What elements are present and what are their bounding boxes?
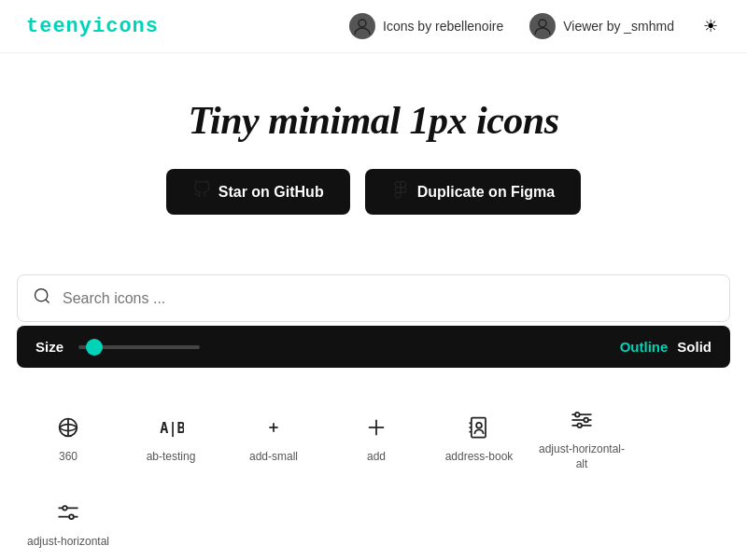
smhmd-avatar xyxy=(529,13,556,39)
rebellenoire-avatar xyxy=(349,13,375,39)
outline-solid-toggle: Outline Solid xyxy=(620,339,712,355)
icon-label-adjust-horizontal: adjust-horizontal xyxy=(27,535,109,550)
github-button[interactable]: Star on GitHub xyxy=(166,169,350,215)
hero-title: Tiny minimal 1px icons xyxy=(19,98,728,143)
icon-label-ab-testing: ab-testing xyxy=(147,450,196,465)
rebellenoire-label: Icons by rebellenoire xyxy=(383,19,503,34)
svg-point-1 xyxy=(539,20,546,27)
github-icon xyxy=(192,180,211,203)
icon-adjust-horizontal-alt xyxy=(567,405,597,435)
icon-add-small xyxy=(259,413,289,442)
icon-item-adjust-horizontal[interactable]: adjust-horizontal xyxy=(17,483,120,560)
header: teenyicons Icons by rebellenoire Viewer … xyxy=(0,0,747,53)
icon-adjust-horizontal xyxy=(53,497,83,527)
svg-point-20 xyxy=(577,424,582,428)
icon-label-360: 360 xyxy=(59,450,78,465)
svg-line-3 xyxy=(46,300,49,303)
svg-point-19 xyxy=(584,418,588,423)
search-input[interactable] xyxy=(63,290,714,307)
logo[interactable]: teenyicons xyxy=(26,15,159,38)
figma-icon xyxy=(391,180,410,203)
search-icon xyxy=(33,287,51,310)
icon-item-address-book[interactable]: address-book xyxy=(428,390,530,483)
svg-point-18 xyxy=(575,413,580,417)
rebellenoire-link[interactable]: Icons by rebellenoire xyxy=(349,13,503,39)
icon-item-360[interactable]: 360 xyxy=(17,390,120,483)
icon-label-adjust-horizontal-alt: adjust-horizontal-alt xyxy=(538,442,626,471)
logo-highlight: i xyxy=(92,15,106,38)
size-bar: Size Outline Solid xyxy=(17,326,730,368)
slider-thumb[interactable] xyxy=(86,339,103,356)
hero-section: Tiny minimal 1px icons Star on GitHub Du xyxy=(0,53,747,245)
icon-address-book xyxy=(464,413,494,442)
icon-item-add-small[interactable]: add-small xyxy=(222,390,325,483)
size-label: Size xyxy=(35,339,63,355)
svg-point-23 xyxy=(63,506,67,511)
svg-point-0 xyxy=(359,20,366,27)
solid-label[interactable]: Solid xyxy=(677,339,712,355)
icon-label-address-book: address-book xyxy=(445,450,514,465)
icon-label-add-small: add-small xyxy=(249,450,298,465)
icon-add xyxy=(361,413,391,442)
logo-text2: cons xyxy=(106,15,159,38)
icon-ab-testing: A|B xyxy=(156,413,186,442)
svg-point-24 xyxy=(69,515,74,520)
icon-item-adjust-horizontal-alt[interactable]: adjust-horizontal-alt xyxy=(530,390,633,483)
smhmd-link[interactable]: Viewer by _smhmd xyxy=(529,13,674,39)
github-button-label: Star on GitHub xyxy=(218,184,324,201)
theme-toggle-button[interactable]: ☀ xyxy=(700,16,721,36)
icon-360 xyxy=(53,413,83,442)
icon-item-ab-testing[interactable]: A|B ab-testing xyxy=(120,390,222,483)
figma-button-label: Duplicate on Figma xyxy=(417,184,556,201)
outline-label[interactable]: Outline xyxy=(620,339,669,355)
icon-item-add[interactable]: add xyxy=(325,390,428,483)
header-nav: Icons by rebellenoire Viewer by _smhmd ☀ xyxy=(349,13,721,39)
icons-grid: 360 A|B ab-testing add-small add xyxy=(0,368,747,560)
svg-point-2 xyxy=(35,289,48,301)
slider-track xyxy=(78,345,200,349)
size-slider-wrap xyxy=(75,345,224,349)
search-bar xyxy=(17,274,730,322)
figma-button[interactable]: Duplicate on Figma xyxy=(365,169,582,215)
svg-text:A|B: A|B xyxy=(160,420,184,438)
logo-text: teeny xyxy=(26,15,92,38)
cta-buttons: Star on GitHub Duplicate on Figma xyxy=(19,169,728,215)
smhmd-label: Viewer by _smhmd xyxy=(563,19,674,34)
icon-label-add: add xyxy=(367,450,386,465)
svg-point-14 xyxy=(476,423,482,428)
